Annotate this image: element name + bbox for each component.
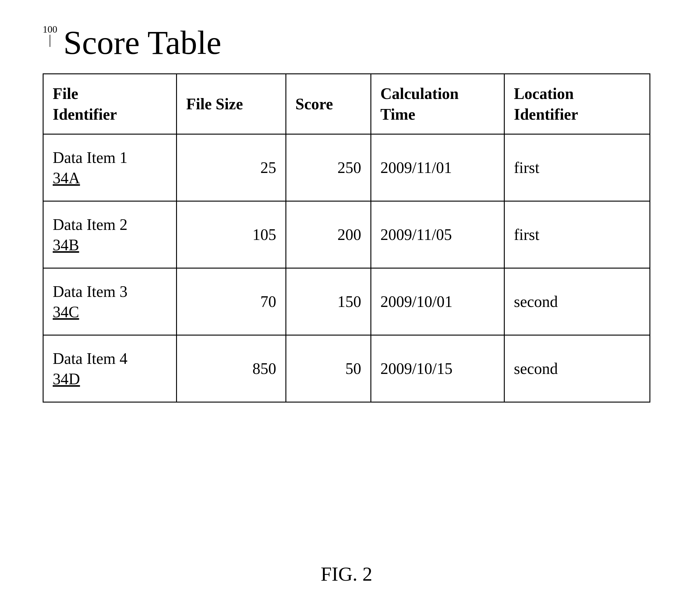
cell-calc-time-1: 2009/11/01: [371, 134, 504, 201]
file-id-cell-3: Data Item 3 34C: [53, 283, 167, 321]
table-body: Data Item 1 34A 25 250 2009/11/01 first …: [43, 134, 650, 402]
cell-calc-time-3: 2009/10/01: [371, 268, 504, 335]
cell-location-1: first: [504, 134, 650, 201]
fig-caption: FIG. 2: [321, 563, 373, 586]
header-score: Score: [286, 74, 371, 134]
cell-location-3: second: [504, 268, 650, 335]
header-location-identifier: Location Identifier: [504, 74, 650, 134]
page-title: Score Table: [63, 24, 221, 61]
cell-score-1: 250: [286, 134, 371, 201]
table-header-row: File Identifier File Size Score Calculat…: [43, 74, 650, 134]
file-id-ref-1: 34A: [53, 169, 167, 187]
file-id-cell-2: Data Item 2 34B: [53, 215, 167, 254]
cell-file-size-4: 850: [177, 335, 286, 402]
file-id-ref-3: 34C: [53, 303, 167, 321]
cell-score-3: 150: [286, 268, 371, 335]
file-id-cell-4: Data Item 4 34D: [53, 350, 167, 388]
score-table: File Identifier File Size Score Calculat…: [43, 74, 650, 403]
cell-file-size-1: 25: [177, 134, 286, 201]
file-id-name-1: Data Item 1: [53, 149, 167, 167]
table-row: Data Item 1 34A 25 250 2009/11/01 first: [43, 134, 650, 201]
cell-file-id-1: Data Item 1 34A: [43, 134, 177, 201]
cell-file-id-2: Data Item 2 34B: [43, 201, 177, 268]
title-section: 100 Score Table: [43, 24, 650, 61]
ref-line: [50, 35, 50, 47]
file-id-cell-1: Data Item 1 34A: [53, 149, 167, 187]
ref-num-text: 100: [43, 24, 57, 34]
file-id-name-4: Data Item 4: [53, 350, 167, 368]
table-row: Data Item 2 34B 105 200 2009/11/05 first: [43, 201, 650, 268]
file-id-name-2: Data Item 2: [53, 215, 167, 233]
cell-location-4: second: [504, 335, 650, 402]
cell-file-size-2: 105: [177, 201, 286, 268]
table-row: Data Item 4 34D 850 50 2009/10/15 second: [43, 335, 650, 402]
cell-file-id-3: Data Item 3 34C: [43, 268, 177, 335]
cell-calc-time-4: 2009/10/15: [371, 335, 504, 402]
file-id-ref-2: 34B: [53, 236, 167, 254]
header-file-size: File Size: [177, 74, 286, 134]
file-id-ref-4: 34D: [53, 370, 167, 388]
cell-file-size-3: 70: [177, 268, 286, 335]
file-id-name-3: Data Item 3: [53, 283, 167, 301]
header-file-identifier: File Identifier: [43, 74, 177, 134]
cell-file-id-4: Data Item 4 34D: [43, 335, 177, 402]
cell-score-4: 50: [286, 335, 371, 402]
reference-number: 100: [43, 24, 57, 47]
table-row: Data Item 3 34C 70 150 2009/10/01 second: [43, 268, 650, 335]
page-container: 100 Score Table File Identifier File Siz…: [0, 0, 693, 616]
header-calculation-time: Calculation Time: [371, 74, 504, 134]
cell-score-2: 200: [286, 201, 371, 268]
cell-location-2: first: [504, 201, 650, 268]
cell-calc-time-2: 2009/11/05: [371, 201, 504, 268]
